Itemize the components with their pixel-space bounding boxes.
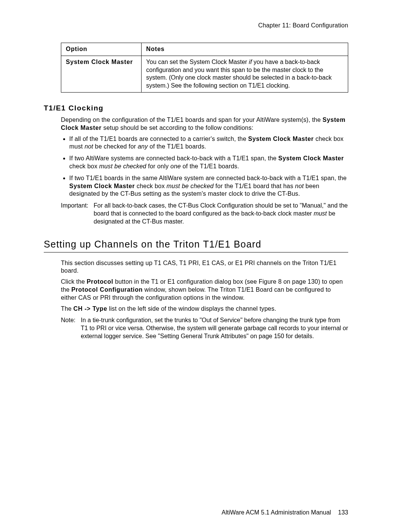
section-heading-channels: Setting up Channels on the Triton T1/E1 … [44,239,348,250]
text: If two T1/E1 boards in the same AltiWare… [69,175,347,181]
text: of the T1/E1 boards. [148,143,206,150]
note-label: Note: [61,316,75,340]
text-italic: not [84,143,93,150]
table-header-notes: Notes [142,43,348,56]
table-row: System Clock Master You can set the Syst… [61,56,348,92]
text: check box [69,163,99,169]
text-bold: Protocol [87,278,113,285]
text-italic: must be checked [167,183,214,189]
text: for only [146,163,170,169]
text-bold: System Clock Master [278,155,344,161]
channels-p3: The CH -> Type list on the left side of … [61,305,348,313]
text-italic: any [138,143,148,150]
text-bold: Protocol Configuration [72,286,143,293]
subheading-clocking: T1/E1 Clocking [44,104,348,112]
clocking-bullets: If all of the T1/E1 boards are connected… [69,135,348,198]
text: For all back-to-back cases, the CT-Bus C… [94,202,348,217]
text-bold: System Clock Master [248,136,314,142]
page-footer: AltiWare ACM 5.1 Administration Manual 1… [221,509,348,516]
important-body: For all back-to-back cases, the CT-Bus C… [94,202,348,225]
list-item: If two AltiWare systems are connected ba… [69,155,348,171]
note: Note: In a tie-trunk configuration, set … [61,316,348,340]
text: check box [135,183,166,189]
table-cell-notes: You can set the System Clock Master if y… [142,56,348,92]
text-bold: CH -> Type [73,305,107,312]
important-note: Important: For all back-to-back cases, t… [61,202,348,225]
important-label: Important: [61,202,88,225]
text: be checked for [93,143,138,150]
table-cell-option: System Clock Master [61,56,142,92]
footer-manual: AltiWare ACM 5.1 Administration Manual [221,509,331,516]
list-item: If two T1/E1 boards in the same AltiWare… [69,174,348,198]
text: Click the [61,278,87,285]
text: Depending on the configuration of the T1… [61,117,322,123]
footer-page-number: 133 [338,509,348,516]
text-italic: not [295,183,304,189]
notes-text-if: if [249,59,252,65]
text: list on the left side of the window disp… [107,305,276,312]
text: for the T1/E1 board that has [213,183,295,189]
text-italic: must be checked [99,163,146,169]
section-rule [44,252,348,252]
channels-p1: This section discusses setting up T1 CAS… [61,259,348,275]
text: If two AltiWare systems are connected ba… [69,155,278,161]
text: setup should be set according to the fol… [102,125,253,131]
table-header-option: Option [61,43,142,56]
list-item: If all of the T1/E1 boards are connected… [69,135,348,151]
text: of the T1/E1 boards. [181,163,239,169]
chapter-header: Chapter 11: Board Configuration [44,22,348,29]
note-body: In a tie-trunk configuration, set the tr… [81,316,348,340]
text-italic: one [170,163,181,169]
option-table: Option Notes System Clock Master You can… [61,43,348,93]
clocking-intro: Depending on the configuration of the T1… [61,116,348,132]
text-italic: must [314,210,327,217]
notes-text-pre: You can set the System Clock Master [146,59,249,65]
text: The [61,305,73,312]
text: If all of the T1/E1 boards are connected… [69,136,248,142]
text-bold: System Clock Master [69,183,135,189]
channels-p2: Click the Protocol button in the T1 or E… [61,278,348,302]
